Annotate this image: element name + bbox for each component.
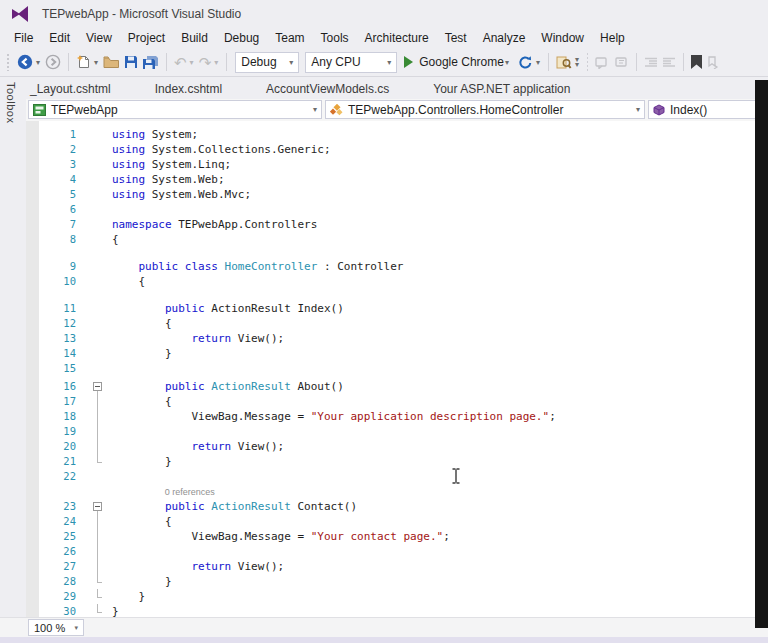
code-text[interactable]: { [112, 394, 172, 409]
code-line[interactable]: 14 } [26, 346, 768, 361]
code-line[interactable]: 9 public class HomeController : Controll… [26, 259, 768, 274]
code-line[interactable]: 5using System.Web.Mvc; [26, 187, 768, 202]
code-text[interactable]: using System.Web.Mvc; [112, 187, 251, 202]
code-text[interactable]: using System.Web; [112, 172, 225, 187]
code-line[interactable]: 25 ViewBag.Message = "Your contact page.… [26, 529, 768, 544]
code-line[interactable]: 22 [26, 469, 768, 484]
code-text[interactable]: } [112, 589, 145, 604]
solution-configuration-combo[interactable]: Debug ▾ [235, 52, 299, 73]
code-text[interactable]: { [112, 514, 172, 529]
code-text[interactable]: } [112, 604, 119, 617]
save-button[interactable] [122, 50, 140, 74]
code-line[interactable]: 19 [26, 424, 768, 439]
new-file-button[interactable] [74, 50, 93, 74]
navigate-forward-button[interactable] [43, 50, 63, 74]
code-text[interactable]: ViewBag.Message = "Your contact page."; [112, 529, 450, 544]
collapsed-right-panel-strip[interactable] [755, 80, 768, 628]
code-line[interactable]: 13 return View(); [26, 331, 768, 346]
code-text[interactable]: namespace TEPwebApp.Controllers [112, 217, 317, 232]
code-text[interactable]: } [112, 346, 172, 361]
undo-dropdown[interactable]: ▾ [190, 58, 194, 67]
code-text[interactable]: return View(); [112, 439, 284, 454]
code-line[interactable]: 8{ [26, 232, 768, 247]
open-file-button[interactable] [101, 50, 122, 74]
start-debugging-button[interactable]: Google Chrome ▾ [404, 55, 512, 69]
code-line[interactable]: 30} [26, 604, 768, 617]
menu-item-view[interactable]: View [78, 29, 120, 47]
start-dropdown[interactable]: ▾ [505, 58, 509, 67]
toggle-bookmark-button[interactable] [689, 50, 704, 74]
code-line[interactable]: 4using System.Web; [26, 172, 768, 187]
code-line[interactable]: 17 { [26, 394, 768, 409]
document-tab[interactable]: AccountViewModels.cs [266, 82, 389, 96]
menu-item-edit[interactable]: Edit [41, 29, 78, 47]
menu-item-window[interactable]: Window [533, 29, 592, 47]
comment-button[interactable] [593, 50, 612, 74]
menu-item-project[interactable]: Project [120, 29, 173, 47]
code-line[interactable]: 18 ViewBag.Message = "Your application d… [26, 409, 768, 424]
code-line[interactable]: 16 public ActionResult About() [26, 379, 768, 394]
menu-item-test[interactable]: Test [437, 29, 475, 47]
navigate-back-dropdown[interactable]: ▾ [36, 58, 40, 67]
menu-item-architecture[interactable]: Architecture [357, 29, 437, 47]
redo-dropdown[interactable]: ▾ [214, 58, 218, 67]
code-line[interactable]: 2using System.Collections.Generic; [26, 142, 768, 157]
next-bookmark-button[interactable] [704, 50, 721, 74]
menu-item-debug[interactable]: Debug [216, 29, 267, 47]
code-text[interactable]: { [112, 316, 172, 331]
code-text[interactable]: ViewBag.Message = "Your application desc… [112, 409, 556, 424]
new-file-dropdown[interactable]: ▾ [94, 58, 98, 67]
codelens-references[interactable]: 0 references [26, 486, 768, 499]
code-text[interactable]: return View(); [112, 331, 284, 346]
save-all-button[interactable] [140, 50, 161, 74]
code-text[interactable]: { [112, 274, 145, 289]
code-line[interactable]: 6 [26, 202, 768, 217]
type-dropdown[interactable]: TEPwebApp.Controllers.HomeController ▾ [325, 100, 645, 119]
toolbar-grip[interactable] [6, 53, 11, 71]
redo-button[interactable]: ↷ [197, 50, 214, 74]
uncomment-button[interactable] [612, 50, 631, 74]
code-text[interactable]: using System.Linq; [112, 157, 231, 172]
code-line[interactable]: 29 } [26, 589, 768, 604]
code-line[interactable]: 10 { [26, 274, 768, 289]
code-line[interactable]: 7namespace TEPwebApp.Controllers [26, 217, 768, 232]
code-line[interactable]: 11 public ActionResult Index() [26, 301, 768, 316]
refresh-button[interactable] [516, 50, 535, 74]
menu-item-file[interactable]: File [6, 29, 41, 47]
toolbox-tab[interactable]: Toolbox [5, 82, 17, 123]
document-tab[interactable]: Your ASP.NET application [433, 82, 570, 96]
code-line[interactable]: 21 } [26, 454, 768, 469]
menu-item-tools[interactable]: Tools [313, 29, 357, 47]
menu-item-build[interactable]: Build [173, 29, 216, 47]
code-text[interactable]: public ActionResult Contact() [112, 499, 357, 514]
code-text[interactable]: public ActionResult About() [112, 379, 344, 394]
code-text[interactable]: using System; [112, 127, 198, 142]
code-line[interactable]: 24 { [26, 514, 768, 529]
code-text[interactable]: return View(); [112, 559, 284, 574]
code-text[interactable]: using System.Collections.Generic; [112, 142, 331, 157]
fold-collapse-icon[interactable] [93, 382, 102, 391]
code-text[interactable]: } [112, 574, 172, 589]
member-dropdown[interactable]: Index() [648, 100, 760, 119]
solution-platform-combo[interactable]: Any CPU ▾ [305, 52, 397, 73]
refresh-dropdown[interactable]: ▾ [536, 58, 540, 67]
code-line[interactable]: 12 { [26, 316, 768, 331]
code-text[interactable]: } [112, 454, 172, 469]
code-line[interactable]: 28 } [26, 574, 768, 589]
code-text[interactable]: { [112, 232, 119, 247]
find-in-files-button[interactable] [554, 50, 574, 74]
code-line[interactable]: 1using System; [26, 127, 768, 142]
document-tab[interactable]: Index.cshtml [155, 82, 222, 96]
code-line[interactable]: 23 public ActionResult Contact() [26, 499, 768, 514]
document-tab[interactable]: _Layout.cshtml [30, 82, 111, 96]
code-text[interactable]: public class HomeController : Controller [112, 259, 403, 274]
editor-zoom-combo[interactable]: 100 % ▾ [28, 619, 84, 636]
menu-item-team[interactable]: Team [267, 29, 312, 47]
menu-item-help[interactable]: Help [592, 29, 633, 47]
navigate-backward-button[interactable] [15, 50, 35, 74]
code-editor[interactable]: 1using System;2using System.Collections.… [26, 121, 768, 617]
code-text[interactable]: public ActionResult Index() [112, 301, 344, 316]
code-line[interactable]: 15 [26, 361, 768, 376]
toolbar-overflow-button[interactable]: ▾▾ [575, 57, 579, 67]
code-line[interactable]: 3using System.Linq; [26, 157, 768, 172]
